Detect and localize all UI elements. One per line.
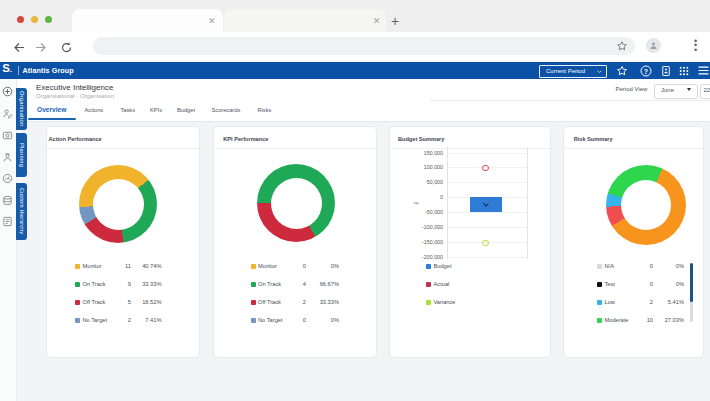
svg-text:?: ? [644,67,648,74]
